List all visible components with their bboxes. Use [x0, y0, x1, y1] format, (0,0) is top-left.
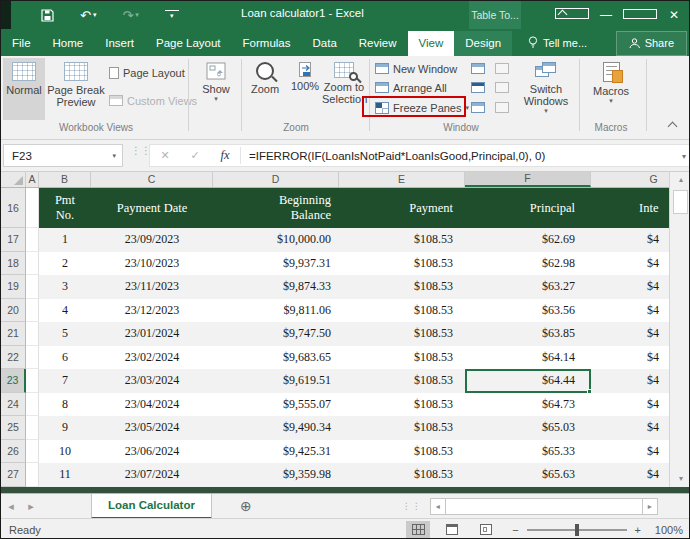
- cell-balance[interactable]: $9,555.07: [213, 393, 339, 417]
- cell-interest[interactable]: $4: [591, 393, 669, 417]
- cell-pmt[interactable]: 2: [39, 252, 91, 276]
- cell-principal[interactable]: $65.63: [465, 463, 591, 487]
- cell-a[interactable]: [26, 393, 39, 417]
- cell-date[interactable]: 23/05/2024: [91, 416, 213, 440]
- unhide-button[interactable]: [471, 99, 485, 116]
- sheet-nav-left-icon[interactable]: ◂: [1, 500, 21, 513]
- cell-principal[interactable]: $65.33: [465, 440, 591, 464]
- cell-pmt[interactable]: 7: [39, 369, 91, 393]
- formula-text[interactable]: =IFERROR(IF(LoanIsNotPaid*LoanIsGood,Pri…: [249, 150, 545, 162]
- cell-principal[interactable]: $65.03: [465, 416, 591, 440]
- cell-a[interactable]: [26, 369, 39, 393]
- page-layout-view-button[interactable]: Page Layout: [109, 64, 185, 81]
- hide-button[interactable]: [471, 79, 485, 96]
- cell-a[interactable]: [26, 346, 39, 370]
- header-beginning-balance[interactable]: Beginning Balance: [213, 188, 339, 228]
- cell-date[interactable]: 23/09/2023: [91, 228, 213, 252]
- normal-view-button[interactable]: Normal: [3, 58, 45, 120]
- row-header[interactable]: 22: [1, 346, 26, 370]
- cell-principal[interactable]: $63.27: [465, 275, 591, 299]
- cell-payment[interactable]: $108.53: [339, 299, 465, 323]
- collapse-ribbon-icon[interactable]: [668, 120, 677, 129]
- cell-date[interactable]: 23/11/2023: [91, 275, 213, 299]
- name-box[interactable]: F23 ▾: [3, 144, 123, 167]
- cell-pmt[interactable]: 8: [39, 393, 91, 417]
- customize-qat-button[interactable]: ▾: [165, 10, 179, 20]
- cell-date[interactable]: 23/10/2023: [91, 252, 213, 276]
- tell-me-box[interactable]: Tell me...: [518, 30, 597, 56]
- formula-bar-resize-handle[interactable]: ⋮⋮: [131, 148, 135, 164]
- zoom-slider[interactable]: [527, 529, 627, 531]
- cell-payment[interactable]: $108.53: [339, 322, 465, 346]
- undo-button[interactable]: ↶▾: [80, 8, 96, 23]
- zoom-100-button[interactable]: 100%: [287, 58, 323, 120]
- zoom-slider-thumb[interactable]: [575, 524, 579, 536]
- arrange-all-button[interactable]: Arrange All: [375, 79, 447, 96]
- select-all-corner[interactable]: [1, 172, 26, 187]
- cell-interest[interactable]: $4: [591, 228, 669, 252]
- row-header[interactable]: 26: [1, 440, 26, 464]
- header-interest[interactable]: Inte: [591, 188, 669, 228]
- cell-a[interactable]: [26, 299, 39, 323]
- cell-interest[interactable]: $4: [591, 322, 669, 346]
- column-header-a[interactable]: A: [26, 172, 39, 187]
- cell-a[interactable]: [26, 322, 39, 346]
- tab-data[interactable]: Data: [302, 31, 348, 56]
- cell-principal[interactable]: $62.98: [465, 252, 591, 276]
- row-header[interactable]: 16: [1, 188, 26, 228]
- cell-date[interactable]: 23/02/2024: [91, 346, 213, 370]
- zoom-out-icon[interactable]: −: [512, 524, 518, 536]
- cell-principal[interactable]: $63.85: [465, 322, 591, 346]
- cell-interest[interactable]: $4: [591, 416, 669, 440]
- cell-balance[interactable]: $9,747.50: [213, 322, 339, 346]
- horizontal-scroll-thumb[interactable]: [446, 498, 642, 515]
- status-normal-view-button[interactable]: [406, 521, 430, 539]
- cell-interest[interactable]: $4: [591, 275, 669, 299]
- column-header-g[interactable]: G: [591, 172, 669, 187]
- cell-pmt[interactable]: 9: [39, 416, 91, 440]
- cell-balance[interactable]: $9,359.98: [213, 463, 339, 487]
- cell-balance[interactable]: $9,874.33: [213, 275, 339, 299]
- horizontal-scrollbar[interactable]: ◂ ▸: [430, 498, 658, 515]
- header-payment[interactable]: Payment: [339, 188, 465, 228]
- cell-interest[interactable]: $4: [591, 463, 669, 487]
- cell-a[interactable]: [26, 228, 39, 252]
- insert-function-icon[interactable]: fx: [210, 148, 240, 163]
- view-side-by-side-button[interactable]: [495, 60, 509, 77]
- tab-home[interactable]: Home: [42, 31, 95, 56]
- split-button[interactable]: [471, 60, 485, 77]
- cell-a[interactable]: [26, 188, 39, 228]
- cell-pmt[interactable]: 1: [39, 228, 91, 252]
- cell-payment[interactable]: $108.53: [339, 275, 465, 299]
- cell-balance[interactable]: $9,811.06: [213, 299, 339, 323]
- row-header[interactable]: 17: [1, 228, 26, 252]
- redo-button[interactable]: ↷▾: [122, 8, 138, 23]
- cell-pmt[interactable]: 10: [39, 440, 91, 464]
- tab-formulas[interactable]: Formulas: [232, 31, 302, 56]
- cell-a[interactable]: [26, 440, 39, 464]
- custom-views-button[interactable]: Custom Views: [109, 92, 197, 109]
- column-header-b[interactable]: B: [39, 172, 91, 187]
- row-header[interactable]: 21: [1, 322, 26, 346]
- name-box-dropdown-icon[interactable]: ▾: [112, 152, 122, 160]
- row-header[interactable]: 24: [1, 393, 26, 417]
- formula-input-area[interactable]: ✕ ✓ fx =IFERROR(IF(LoanIsNotPaid*LoanIsG…: [149, 144, 690, 167]
- page-break-preview-button[interactable]: Page Break Preview: [47, 58, 105, 120]
- cell-pmt[interactable]: 4: [39, 299, 91, 323]
- cell-payment[interactable]: $108.53: [339, 440, 465, 464]
- tab-insert[interactable]: Insert: [94, 31, 145, 56]
- cell-balance[interactable]: $9,937.31: [213, 252, 339, 276]
- cell-payment[interactable]: $108.53: [339, 252, 465, 276]
- status-page-break-button[interactable]: [474, 521, 498, 539]
- cell-date[interactable]: 23/07/2024: [91, 463, 213, 487]
- undo-dropdown-icon[interactable]: ▾: [93, 11, 97, 19]
- cell-payment[interactable]: $108.53: [339, 393, 465, 417]
- cell-pmt[interactable]: 5: [39, 322, 91, 346]
- cell-principal[interactable]: $64.73: [465, 393, 591, 417]
- cell-date[interactable]: 23/06/2024: [91, 440, 213, 464]
- row-header[interactable]: 23: [1, 369, 26, 393]
- show-button[interactable]: Show ▾: [193, 58, 239, 120]
- macros-button[interactable]: Macros ▾: [585, 58, 637, 120]
- row-header[interactable]: 18: [1, 252, 26, 276]
- vertical-scrollbar[interactable]: ▴ ▾: [669, 172, 690, 487]
